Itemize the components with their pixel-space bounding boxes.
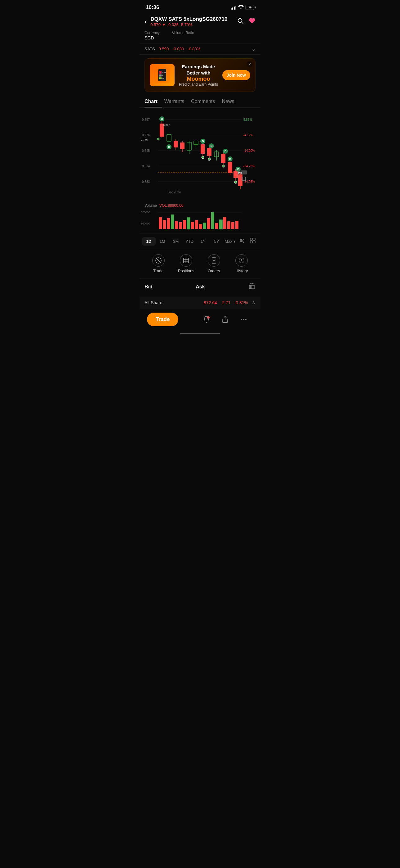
svg-text:TSLA: TSLA [162,71,166,73]
banner-ad: × T TSLA APPL NVDA Earnings Made Better … [144,58,256,92]
share-button[interactable] [216,316,234,323]
candle-type-icon[interactable] [237,236,247,247]
timerange-max[interactable]: Max ▾ [223,237,237,246]
bid-ask-header: Bid Ask [144,282,256,291]
header-actions [237,18,256,26]
bid-label: Bid [144,284,153,290]
svg-rect-105 [235,221,238,229]
svg-rect-113 [253,238,255,240]
allshare-chevron-icon: ∧ [252,300,256,306]
sats-change: -0.030 [172,46,184,51]
sats-pct: -0.83% [188,46,200,51]
banner-brand: Moomoo [177,76,220,82]
svg-rect-87 [171,215,174,229]
stock-title: DQXW SATS 5xLongSG260716 [151,16,233,22]
svg-point-65 [222,165,225,167]
chevron-down-icon: ⌄ [252,46,256,52]
trade-icon-wrap [152,254,165,267]
svg-rect-114 [250,241,253,243]
allshare-row[interactable]: All-Share 872.64 -2.71 -0.31% ∧ [139,297,261,309]
sats-label: SATS [144,46,155,51]
svg-text:0.533: 0.533 [142,180,150,183]
layout-icon[interactable] [247,236,258,247]
currency-item: Currency SGD [144,31,160,41]
svg-rect-112 [250,238,253,240]
notification-bell-button[interactable]: + [197,316,216,323]
svg-rect-88 [175,221,178,229]
timerange-5y[interactable]: 5Y [210,237,224,246]
action-trade[interactable]: Trade [144,254,172,273]
orders-action-label: Orders [208,269,220,273]
svg-text:5.86%: 5.86% [243,118,252,121]
header: ‹ DQXW SATS 5xLongSG260716 0.570 ▼ -0.03… [139,14,261,30]
orders-icon-wrap [208,254,220,267]
svg-text:B: B [229,157,231,160]
volume-value: VOL:88800.00 [159,203,183,208]
svg-rect-67 [228,162,232,173]
search-icon[interactable] [237,18,244,26]
allshare-label: All-Share [144,300,200,305]
back-button[interactable]: ‹ [144,18,147,26]
banner-close-button[interactable]: × [246,61,253,67]
volume-label-row: Volume VOL:88800.00 [139,202,261,209]
svg-text:-4.17%: -4.17% [243,133,253,137]
svg-point-132 [243,319,244,320]
svg-line-117 [156,258,160,262]
candlestick-chart-container: 0.857 0.776 0.695 0.614 0.533 5.86% -4.1… [139,108,261,201]
svg-rect-62 [221,154,226,163]
status-icons: 39 [231,5,254,10]
svg-rect-85 [163,220,166,229]
timerange-3m[interactable]: 3M [169,237,182,246]
sats-price: 3.590 [159,46,169,51]
tab-news[interactable]: News [222,96,238,107]
timerange-1y[interactable]: 1Y [196,237,210,246]
header-title-block: DQXW SATS 5xLongSG260716 0.570 ▼ -0.035 … [151,16,233,27]
allshare-change: -2.71 [221,300,231,305]
banner-subtitle: Predict and Earn Points [177,82,220,87]
banner-content: Earnings Made Better with Moomoo Predict… [174,64,222,87]
status-bar: 10:36 39 [139,0,261,14]
action-history[interactable]: History [228,254,256,273]
join-now-button[interactable]: Join Now [222,70,250,80]
svg-text:B: B [210,144,213,148]
svg-text:Dec 2024: Dec 2024 [167,191,181,194]
svg-text:NVDA: NVDA [159,77,164,79]
svg-text:0.825: 0.825 [163,124,170,127]
positions-icon-wrap [180,254,192,267]
svg-rect-95 [199,224,202,229]
more-options-button[interactable] [234,316,253,323]
price-change-pct: -5.79% [180,22,193,27]
candlestick-chart-svg: 0.857 0.776 0.695 0.614 0.533 5.86% -4.1… [139,110,261,197]
tab-warrants[interactable]: Warrants [164,96,189,107]
price-change-row: 0.570 ▼ -0.035 -5.79% [151,22,233,27]
action-orders[interactable]: Orders [200,254,228,273]
timerange-1d[interactable]: 1D [142,237,156,246]
svg-rect-84 [159,217,162,229]
timerange-ytd[interactable]: YTD [182,237,196,246]
svg-point-72 [234,181,237,183]
sats-row[interactable]: SATS 3.590 -0.030 -0.83% ⌄ [139,43,261,55]
tab-comments[interactable]: Comments [191,96,219,107]
svg-text:B: B [202,140,204,143]
volume-ratio-item: Volume Ratio -- [172,31,194,41]
svg-text:-24.23%: -24.23% [243,164,255,168]
wifi-icon [238,5,244,10]
currency-value: SGD [144,35,154,40]
svg-text:APPL: APPL [159,74,163,76]
svg-text:B: B [161,117,163,120]
svg-rect-91 [187,218,190,229]
volume-section: Volume VOL:88800.00 320000 160000 [139,201,261,233]
volume-ratio-label: Volume Ratio [172,31,194,35]
svg-text:B: B [225,150,227,153]
tab-chart[interactable]: Chart [144,96,162,107]
trade-button[interactable]: Trade [147,313,178,326]
action-positions[interactable]: Positions [172,254,200,273]
favorite-icon[interactable] [249,18,256,26]
allshare-pct: -0.31% [234,300,248,305]
signal-icon [231,5,236,10]
svg-rect-103 [227,221,230,229]
timerange-1m[interactable]: 1M [156,237,169,246]
svg-point-0 [238,18,242,22]
time-range-selector: 1D 1M 3M YTD 1Y 5Y Max ▾ [139,233,261,249]
down-arrow-icon: ▼ [162,22,166,27]
